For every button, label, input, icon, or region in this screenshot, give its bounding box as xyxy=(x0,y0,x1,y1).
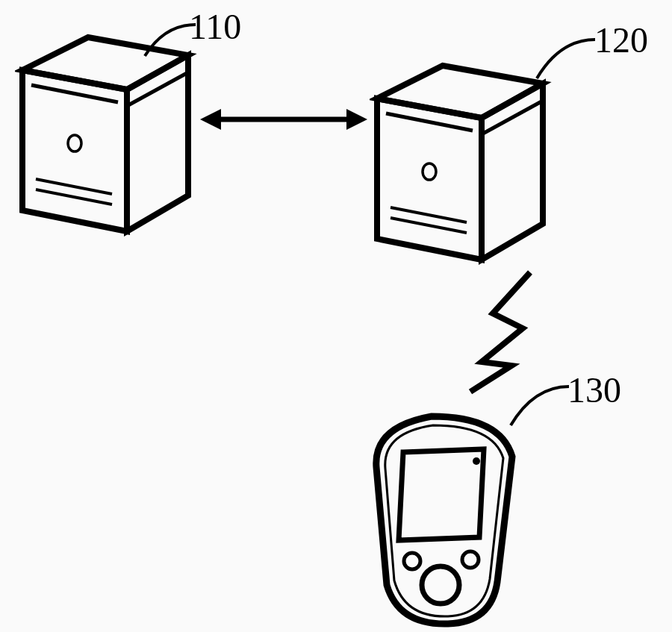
svg-marker-7 xyxy=(346,109,367,130)
svg-point-1 xyxy=(68,135,81,151)
bidirectional-arrow-icon xyxy=(194,101,373,138)
svg-point-16 xyxy=(462,551,479,568)
svg-point-9 xyxy=(423,163,436,180)
leader-line-110 xyxy=(142,19,209,63)
svg-line-4 xyxy=(127,72,188,106)
svg-point-15 xyxy=(404,553,420,569)
svg-point-14 xyxy=(422,566,459,604)
svg-line-12 xyxy=(482,101,543,134)
leader-line-120 xyxy=(534,34,609,86)
svg-marker-6 xyxy=(200,109,221,130)
server-tower-icon xyxy=(370,60,553,265)
svg-point-13 xyxy=(473,457,480,465)
handheld-device-icon xyxy=(366,412,526,628)
wireless-link-icon xyxy=(463,269,545,395)
